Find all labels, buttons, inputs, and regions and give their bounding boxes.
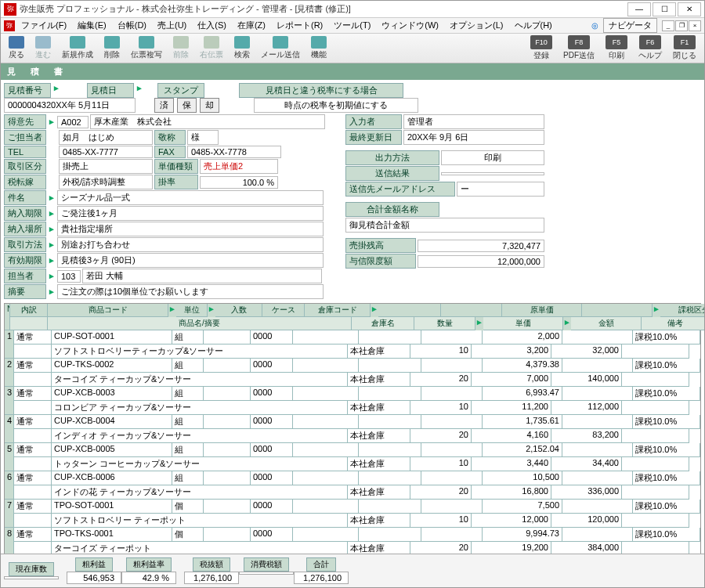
cell-amt[interactable]: 384,000 (551, 542, 622, 554)
menu-edit[interactable]: 編集(E) (73, 18, 111, 33)
cell-wh[interactable]: 本社倉庫 (348, 429, 410, 443)
cell-tax[interactable]: 課税10.0% (633, 359, 700, 373)
cell-amt[interactable]: 83,200 (551, 429, 622, 443)
detail-grid[interactable]: No. 内訳 商品コード ▸ 単位 ▸ 入数 ケース 倉庫コード ▸ (4, 303, 701, 554)
cell-whcode[interactable] (293, 528, 359, 542)
cell-case[interactable]: 0000 (251, 387, 293, 401)
cell-amt[interactable]: 112,000 (551, 401, 622, 415)
cell-qty[interactable]: 20 (410, 485, 472, 500)
toolbar-new[interactable]: 新規作成 (57, 34, 98, 62)
toolbar-copy[interactable]: 伝票複写 (126, 34, 167, 62)
cell-case[interactable]: 0000 (251, 500, 293, 514)
gh-whcode[interactable]: 倉庫コード (305, 304, 371, 317)
cell-name[interactable]: コロンビア ティーカップ&ソーサー (52, 401, 348, 415)
cell-code[interactable]: TPO-SOT-0001 (52, 500, 172, 514)
table-row[interactable]: 8 通常 TPO-TKS-0001 個 0000 9,994.73 課税10.0… (5, 528, 700, 554)
cell-code[interactable]: CUP-XCB-0003 (52, 387, 172, 401)
tax-shift[interactable]: 外税/請求時調整 (59, 175, 153, 189)
cell-up[interactable]: 16,800 (472, 485, 551, 500)
method[interactable]: 別途お打ち合わせ (57, 237, 324, 252)
arrow-icon[interactable]: ▸ (475, 317, 483, 330)
cell-spec[interactable] (204, 330, 251, 345)
deadline[interactable]: ご発注後1ヶ月 (57, 206, 324, 221)
valid[interactable]: 見積後3ヶ月 (90日) (57, 253, 324, 268)
gh2-qty[interactable]: 数量 (414, 317, 475, 330)
contact[interactable]: 如月 はじめ (59, 130, 153, 145)
cell-amt[interactable]: 32,000 (551, 345, 622, 359)
mail[interactable]: ー (457, 182, 544, 197)
arrow-icon[interactable]: ▸ (653, 304, 660, 317)
stamp-done[interactable]: 済 (154, 98, 174, 113)
totname[interactable]: 御見積合計金額 (345, 218, 544, 233)
cell-unit[interactable]: 組 (172, 415, 204, 429)
cell-unit[interactable]: 個 (172, 528, 204, 542)
cell-name[interactable]: トゥターン コーヒーカップ&ソーサー (52, 457, 348, 471)
cell-wh[interactable]: 本社倉庫 (348, 542, 410, 554)
cell-name[interactable]: ソフトストロベリー ティーポット (52, 514, 348, 528)
tel[interactable]: 0485-XX-7777 (59, 146, 153, 158)
toolbar-forward[interactable]: 進む (31, 34, 56, 62)
gh-iw[interactable]: 内訳 (10, 304, 48, 317)
cell-note[interactable] (622, 401, 689, 415)
cell-code[interactable]: CUP-XCB-0006 (52, 471, 172, 485)
cell-spec[interactable] (204, 528, 251, 542)
cell-wh[interactable]: 本社倉庫 (348, 345, 410, 359)
cell-whcode[interactable] (293, 330, 359, 345)
cell-tax[interactable]: 課税10.0% (633, 387, 700, 401)
arrow-icon[interactable]: ▸ (48, 193, 56, 203)
cell-case[interactable]: 0000 (251, 443, 293, 457)
customer-code[interactable]: A002 (57, 116, 89, 128)
cell-wh[interactable]: 本社倉庫 (348, 457, 410, 471)
gh2-note[interactable]: 備考 (642, 317, 704, 330)
toolbar-prevdel[interactable]: 前除 (168, 34, 193, 62)
cell-up[interactable]: 19,200 (472, 542, 551, 554)
cell-unit[interactable]: 組 (172, 359, 204, 373)
cell-case[interactable]: 0000 (251, 415, 293, 429)
owner[interactable]: 若田 大輔 (82, 269, 322, 283)
price-kind[interactable]: 売上単価2 (200, 159, 278, 174)
arrow-icon[interactable]: ▸ (48, 224, 56, 234)
cell-spec[interactable] (204, 471, 251, 485)
cell-up[interactable]: 3,200 (472, 345, 551, 359)
cell-up[interactable]: 3,440 (472, 457, 551, 471)
cell-qty[interactable]: 20 (410, 542, 472, 554)
stamp-hold[interactable]: 保 (177, 98, 197, 113)
cell-whcode[interactable] (293, 500, 359, 514)
cell-code[interactable]: CUP-TKS-0002 (52, 359, 172, 373)
gh2-amt[interactable]: 金額 (571, 317, 642, 330)
rate[interactable]: 100.0 % (200, 176, 278, 189)
cell-code[interactable]: CUP-XCB-0004 (52, 415, 172, 429)
cell-case[interactable]: 0000 (251, 471, 293, 485)
arrow-icon[interactable]: ▸ (52, 83, 60, 98)
gh-up0[interactable]: 原単価 (502, 304, 582, 317)
cell-unit[interactable]: 組 (172, 330, 204, 345)
arrow-icon[interactable]: ▸ (48, 240, 56, 250)
cell-name[interactable]: インディオ ティーカップ&ソーサー (52, 429, 348, 443)
cell-note[interactable] (622, 485, 689, 500)
cell-note[interactable] (622, 373, 689, 387)
toolbar-delete[interactable]: 削除 (99, 34, 125, 62)
table-row[interactable]: 5 通常 CUP-XCB-0005 組 0000 2,152.04 課税10.0… (5, 443, 700, 471)
cell-up[interactable]: 11,200 (472, 401, 551, 415)
cell-note[interactable] (622, 542, 689, 554)
arrow-icon[interactable]: ▸ (136, 83, 143, 98)
cell-whcode[interactable] (293, 471, 359, 485)
cell-iw[interactable]: 通常 (14, 330, 52, 345)
cell-tax[interactable]: 課税10.0% (633, 330, 700, 345)
table-row[interactable]: 3 通常 CUP-XCB-0003 組 0000 6,993.47 課税10.0… (5, 387, 700, 415)
note[interactable]: ご注文の際は10個単位でお願いします (57, 284, 324, 299)
cell-up0[interactable]: 6,993.47 (483, 387, 562, 401)
cell-unit[interactable]: 個 (172, 500, 204, 514)
gh-tax[interactable]: 課税区分 (660, 304, 704, 317)
toolbar-print[interactable]: F5印刷 (601, 34, 632, 63)
menu-report[interactable]: レポート(R) (272, 18, 327, 33)
cell-case[interactable]: 0000 (251, 330, 293, 345)
cell-code[interactable]: TPO-TKS-0001 (52, 528, 172, 542)
arrow-icon[interactable]: ▸ (48, 255, 56, 265)
cell-up0[interactable]: 10,500 (483, 471, 562, 485)
cell-tax[interactable]: 課税10.0% (633, 443, 700, 457)
cell-up0[interactable]: 2,152.04 (483, 443, 562, 457)
cell-name[interactable]: ターコイズ ティーカップ&ソーサー (52, 373, 348, 387)
cell-case[interactable]: 0000 (251, 528, 293, 542)
cell-qty[interactable]: 10 (410, 457, 472, 471)
